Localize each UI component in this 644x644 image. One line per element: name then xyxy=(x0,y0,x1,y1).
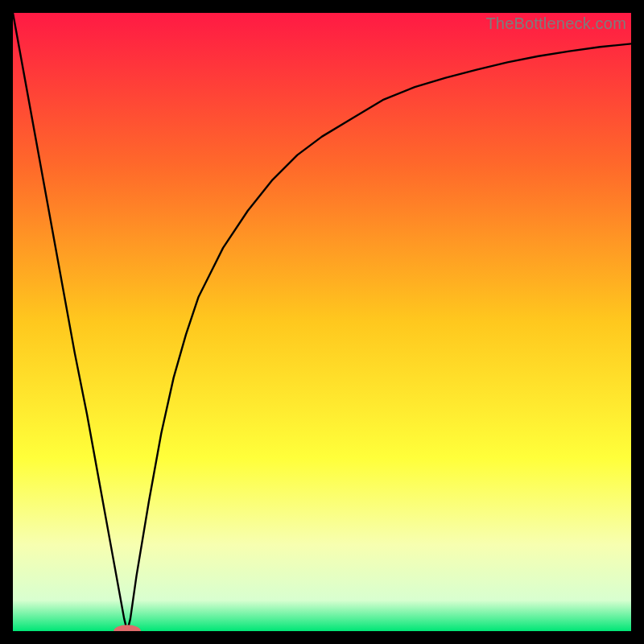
watermark-text: TheBottleneck.com xyxy=(485,14,626,33)
chart-frame: TheBottleneck.com xyxy=(13,13,631,631)
chart-svg xyxy=(13,13,631,631)
gradient-background xyxy=(13,13,631,631)
